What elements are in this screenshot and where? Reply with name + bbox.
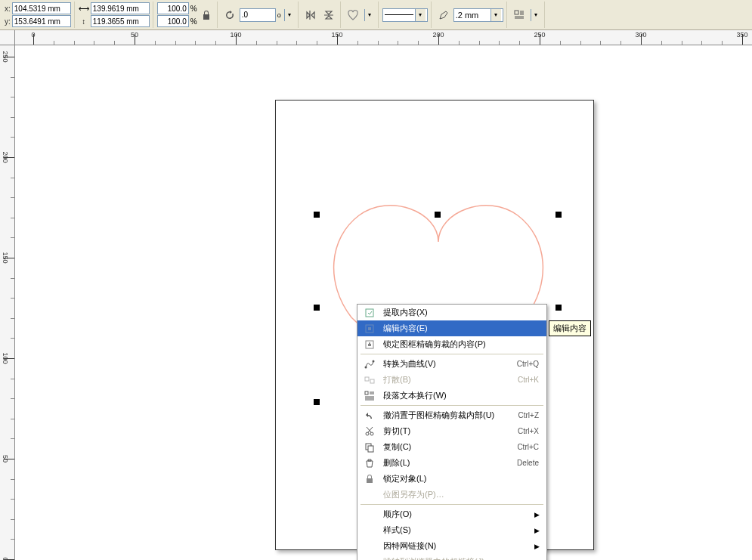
blank-icon: [361, 554, 379, 560]
height-icon: ↕: [79, 16, 89, 26]
lock-ratio-icon[interactable]: [199, 8, 214, 23]
break-icon: [361, 372, 379, 388]
menu-shortcut: Ctrl+Z: [518, 411, 544, 419]
width-icon: ⟷: [79, 3, 89, 14]
x-label: x:: [5, 5, 11, 13]
extract-icon: [361, 305, 379, 320]
menu-label: 锁定对象(L): [379, 473, 543, 484]
svg-rect-7: [370, 379, 374, 383]
context-menu: 提取内容(X)编辑内容(E)锁定图框精确剪裁的内容(P)转换为曲线(V)Ctrl…: [357, 304, 547, 560]
delete-icon: [361, 455, 379, 471]
ruler-origin[interactable]: [0, 30, 15, 45]
property-toolbar: x: y: ⟷ ↕ %: [0, 0, 752, 30]
blank-icon: [361, 487, 379, 503]
submenu-arrow-icon: ▶: [534, 527, 543, 534]
outline-width-value: .2 mm: [456, 11, 489, 20]
menu-label: 撤消置于图框精确剪裁内部(U): [379, 410, 518, 421]
svg-rect-1: [366, 309, 373, 317]
svg-rect-6: [365, 377, 369, 381]
submenu-arrow-icon: ▶: [534, 511, 543, 518]
menu-item[interactable]: 撤消置于图框精确剪裁内部(U)Ctrl+Z: [357, 407, 546, 423]
wrap-dropdown[interactable]: ▾: [531, 9, 541, 21]
horizontal-ruler[interactable]: 050100150200250300350: [15, 30, 752, 45]
selection-handle[interactable]: [435, 212, 441, 218]
menu-item[interactable]: 转换为曲线(V)Ctrl+Q: [357, 356, 546, 372]
rotation-input[interactable]: [240, 8, 276, 22]
selection-handle[interactable]: [314, 305, 320, 311]
shape-dropdown[interactable]: ▾: [364, 9, 375, 21]
menu-shortcut: Ctrl+C: [517, 443, 543, 451]
selection-handle[interactable]: [555, 305, 562, 311]
selection-handle[interactable]: [314, 212, 320, 218]
svg-point-10: [370, 432, 373, 435]
menu-item: 跳转到浏览器中的超链接(J): [357, 554, 546, 560]
blank-icon: [361, 538, 379, 554]
copy-icon: [361, 439, 379, 455]
menu-item[interactable]: 编辑内容(E): [357, 320, 546, 336]
svg-rect-0: [515, 11, 518, 14]
mirror-h-icon[interactable]: [302, 7, 319, 23]
lock-frame-icon: [361, 336, 379, 352]
blank-icon: [361, 506, 379, 522]
menu-label: 提取内容(X): [379, 307, 543, 318]
y-label: y:: [5, 17, 11, 26]
wrap-icon: [361, 388, 379, 404]
menu-label: 样式(S): [379, 524, 534, 536]
percent-label: %: [190, 5, 197, 13]
menu-item[interactable]: 锁定对象(L): [357, 471, 546, 487]
menu-item[interactable]: 复制(C)Ctrl+C: [357, 439, 546, 455]
width-input[interactable]: [91, 2, 150, 14]
menu-item: 位图另存为(P)…: [357, 487, 546, 503]
workspace: 050100150200250300350 050100150200250 提取…: [0, 30, 752, 560]
menu-item[interactable]: 顺序(O)▶: [357, 506, 546, 522]
menu-item: 打散(B)Ctrl+K: [357, 372, 546, 388]
x-position-input[interactable]: [12, 2, 71, 14]
chevron-down-icon: ▾: [415, 9, 426, 21]
menu-shortcut: Ctrl+X: [518, 427, 543, 435]
outline-pen-icon: [435, 7, 452, 23]
edit-icon: [361, 320, 379, 336]
menu-label: 段落文本换行(W): [379, 390, 543, 401]
menu-item[interactable]: 删除(L)Delete: [357, 455, 546, 471]
svg-point-5: [373, 360, 375, 362]
degree-label: o: [277, 11, 281, 19]
vertical-ruler[interactable]: 050100150200250: [0, 45, 15, 560]
menu-shortcut: Ctrl+K: [518, 376, 543, 384]
menu-label: 打散(B): [379, 374, 518, 385]
svg-point-4: [365, 366, 367, 368]
line-style-dropdown[interactable]: ▾: [382, 8, 428, 22]
submenu-arrow-icon: ▶: [534, 543, 543, 550]
height-input[interactable]: [91, 15, 150, 27]
percent-label: %: [190, 17, 197, 26]
menu-label: 转换为曲线(V): [379, 358, 517, 370]
selection-handle[interactable]: [555, 212, 562, 218]
scale-x-input[interactable]: [157, 2, 189, 14]
menu-label: 锁定图框精确剪裁的内容(P): [379, 339, 543, 350]
svg-point-9: [366, 432, 369, 435]
menu-label: 位图另存为(P)…: [379, 489, 543, 500]
menu-item[interactable]: 样式(S)▶: [357, 522, 546, 538]
menu-item[interactable]: 剪切(T)Ctrl+X: [357, 423, 546, 439]
menu-shortcut: Ctrl+Q: [517, 360, 543, 368]
menu-label: 编辑内容(E): [379, 323, 543, 334]
scale-y-input[interactable]: [157, 15, 189, 27]
menu-label: 因特网链接(N): [379, 540, 534, 552]
menu-item[interactable]: 提取内容(X): [357, 305, 546, 320]
lock-icon: [361, 471, 379, 487]
blank-icon: [361, 522, 379, 538]
heart-shape-icon[interactable]: [345, 7, 361, 23]
menu-item[interactable]: 因特网链接(N)▶: [357, 538, 546, 554]
menu-label: 复制(C): [379, 441, 517, 453]
menu-item[interactable]: 锁定图框精确剪裁的内容(P): [357, 336, 546, 352]
rotation-dropdown[interactable]: ▾: [284, 9, 295, 21]
rotation-icon: [221, 7, 238, 23]
selection-handle[interactable]: [314, 399, 320, 405]
menu-item[interactable]: 段落文本换行(W): [357, 388, 546, 404]
mirror-v-icon[interactable]: [320, 7, 337, 23]
y-position-input[interactable]: [12, 15, 71, 27]
menu-label: 删除(L): [379, 457, 517, 469]
curve-icon: [361, 356, 379, 372]
wrap-text-icon[interactable]: [511, 7, 528, 23]
undo-icon: [361, 407, 379, 423]
outline-width-dropdown[interactable]: .2 mm ▾: [453, 8, 503, 22]
